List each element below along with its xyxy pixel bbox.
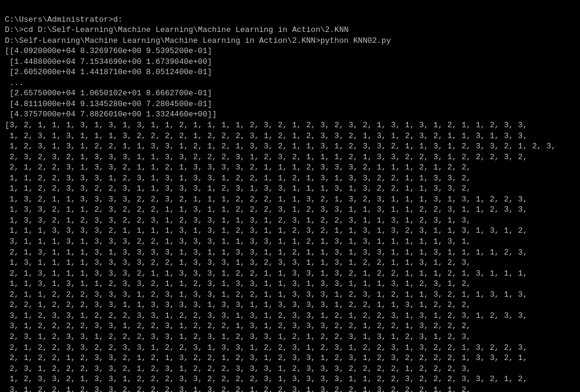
terminal-line: [1.4488000e+04 7.1534690e+00 1.6739040e+… bbox=[5, 57, 575, 68]
terminal-line: 2, 1, 2, 2, 3, 1, 3, 3, 2, 1, 1, 2, 1, 3… bbox=[5, 162, 575, 173]
terminal-line: 1, 3, 3, 2, 1, 1, 2, 3, 2, 2, 2, 1, 1, 3… bbox=[5, 204, 575, 215]
terminal-line: 2, 1, 2, 2, 1, 2, 3, 3, 2, 1, 2, 1, 3, 2… bbox=[5, 353, 575, 364]
terminal-line: 2, 2, 1, 2, 2, 2, 3, 3, 1, 1, 3, 3, 3, 3… bbox=[5, 300, 575, 311]
terminal-line: 2, 1, 3, 1, 1, 1, 3, 3, 3, 2, 1, 1, 3, 3… bbox=[5, 268, 575, 279]
terminal-line: D:\>cd D:\Self-Learning\Machine Learning… bbox=[5, 25, 575, 36]
terminal-line: ... bbox=[5, 78, 575, 89]
terminal-line: 1, 2, 3, 1, 3, 1, 1, 1, 3, 2, 2, 2, 2, 1… bbox=[5, 131, 575, 142]
terminal-line: 1, 1, 2, 2, 3, 3, 3, 1, 2, 3, 1, 3, 1, 3… bbox=[5, 173, 575, 184]
terminal-line: C:\Users\Administrator>d: bbox=[5, 14, 575, 25]
terminal-line: 3, 1, 2, 3, 3, 1, 2, 2, 2, 3, 3, 1, 2, 2… bbox=[5, 311, 575, 321]
terminal-line: [2.6575000e+04 1.0650102e+01 8.6662700e-… bbox=[5, 88, 575, 99]
terminal-line: 3, 1, 2, 2, 1, 2, 3, 3, 2, 2, 2, 2, 3, 1… bbox=[5, 385, 575, 392]
terminal-line: 1, 3, 2, 1, 1, 3, 3, 3, 3, 2, 2, 3, 2, 1… bbox=[5, 194, 575, 205]
terminal-window: C:\Users\Administrator>d:D:\>cd D:\Self-… bbox=[0, 0, 580, 392]
terminal-line: [2.6052000e+04 1.4418710e+00 8.0512400e-… bbox=[5, 67, 575, 78]
terminal-line: 2, 1, 3, 1, 1, 1, 3, 1, 3, 3, 3, 3, 1, 3… bbox=[5, 247, 575, 258]
terminal-line: 2, 1, 2, 2, 3, 3, 2, 2, 3, 3, 1, 2, 2, 3… bbox=[5, 343, 575, 353]
terminal-line: 3, 1, 1, 1, 3, 1, 3, 3, 3, 2, 2, 1, 3, 3… bbox=[5, 236, 575, 247]
terminal-line: D:\Self-Learning\Machine Learning\Machin… bbox=[5, 36, 575, 46]
terminal-line: 1, 1, 1, 3, 3, 3, 3, 2, 1, 1, 1, 1, 3, 1… bbox=[5, 226, 575, 236]
terminal-line: [4.8111000e+04 9.1345280e+00 7.2804500e-… bbox=[5, 99, 575, 110]
terminal-line: 2, 3, 1, 2, 3, 3, 1, 2, 2, 2, 3, 3, 1, 2… bbox=[5, 332, 575, 343]
terminal-line: 2, 3, 2, 3, 2, 1, 3, 3, 3, 1, 1, 3, 3, 2… bbox=[5, 152, 575, 163]
terminal-line: 1, 3, 3, 2, 1, 2, 3, 3, 2, 2, 3, 1, 2, 3… bbox=[5, 215, 575, 226]
terminal-line: 2, 1, 1, 2, 2, 2, 3, 3, 3, 1, 2, 3, 1, 3… bbox=[5, 289, 575, 300]
terminal-line: 3, 1, 2, 2, 2, 2, 3, 3, 1, 2, 2, 3, 1, 2… bbox=[5, 321, 575, 332]
terminal-line: 2, 3, 1, 2, 2, 2, 3, 3, 2, 1, 2, 3, 1, 2… bbox=[5, 364, 575, 375]
terminal-line: 1, 1, 3, 1, 3, 1, 1, 2, 3, 3, 2, 1, 1, 2… bbox=[5, 279, 575, 289]
terminal-line: [3, 2, 1, 1, 1, 3, 1, 3, 1, 3, 1, 1, 2, … bbox=[5, 120, 575, 131]
terminal-line: [[4.0920000e+04 8.3269760e+00 9.5395200e… bbox=[5, 46, 575, 57]
terminal-line: [4.3757000e+04 7.8826010e+00 1.3324460e+… bbox=[5, 109, 575, 120]
terminal-line: 1, 1, 2, 2, 3, 3, 2, 2, 3, 1, 1, 3, 3, 3… bbox=[5, 183, 575, 194]
terminal-line: 1, 2, 3, 1, 3, 1, 2, 2, 1, 1, 3, 3, 1, 2… bbox=[5, 141, 575, 152]
terminal-line: 1, 3, 1, 1, 1, 1, 3, 3, 3, 3, 2, 2, 1, 3… bbox=[5, 258, 575, 268]
terminal-line: 1, 2, 3, 3, 2, 1, 3, 3, 1, 2, 2, 2, 3, 3… bbox=[5, 374, 575, 385]
